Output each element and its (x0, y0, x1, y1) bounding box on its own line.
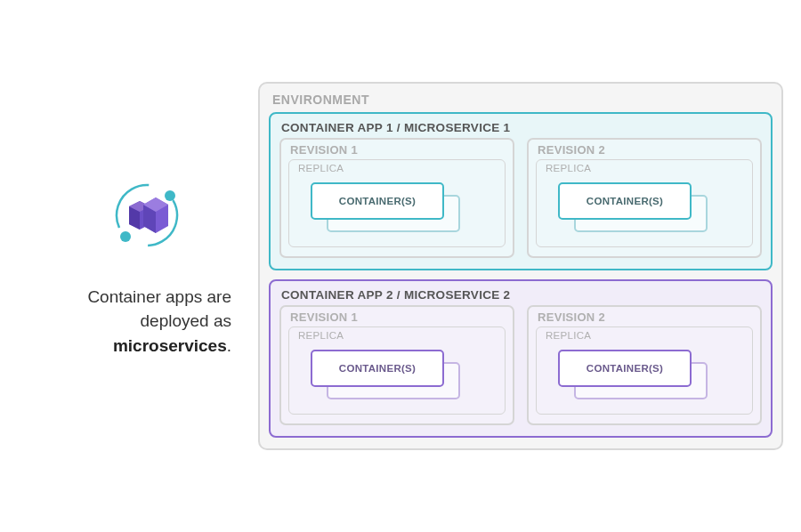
replica-box: REPLICA CONTAINER(S) (536, 159, 753, 247)
svg-point-2 (120, 231, 131, 242)
revisions-row: REVISION 1 REPLICA CONTAINER(S) REVISION… (279, 305, 762, 425)
revisions-row: REVISION 1 REPLICA CONTAINER(S) REVISION… (279, 138, 762, 258)
container-stack: CONTAINER(S) (302, 182, 492, 234)
svg-point-1 (165, 190, 175, 201)
container-card: CONTAINER(S) (311, 350, 444, 387)
revision-box: REVISION 1 REPLICA CONTAINER(S) (279, 138, 514, 258)
tagline-text: Container apps are deployed as microserv… (87, 285, 231, 359)
revision-label: REVISION 2 (536, 310, 753, 326)
container-card: CONTAINER(S) (558, 182, 692, 220)
environment-label: ENVIRONMENT (269, 91, 773, 112)
container-app-1: CONTAINER APP 1 / MICROSERVICE 1 REVISIO… (269, 112, 773, 270)
container-stack: CONTAINER(S) (302, 350, 492, 401)
replica-box: REPLICA CONTAINER(S) (288, 326, 506, 415)
revision-label: REVISION 2 (536, 143, 753, 159)
container-card: CONTAINER(S) (558, 350, 692, 387)
replica-label: REPLICA (544, 330, 745, 346)
container-stack: CONTAINER(S) (549, 182, 740, 234)
revision-box: REVISION 2 REPLICA CONTAINER(S) (527, 305, 762, 425)
revision-label: REVISION 1 (288, 310, 506, 326)
environment-box: ENVIRONMENT CONTAINER APP 1 / MICROSERVI… (258, 82, 783, 450)
left-panel: Container apps are deployed as microserv… (9, 174, 258, 359)
container-apps-icon (106, 174, 188, 260)
app-title: CONTAINER APP 1 / MICROSERVICE 1 (279, 119, 762, 138)
container-card: CONTAINER(S) (311, 182, 444, 220)
container-app-2: CONTAINER APP 2 / MICROSERVICE 2 REVISIO… (269, 279, 773, 438)
replica-label: REPLICA (544, 163, 745, 179)
revision-box: REVISION 2 REPLICA CONTAINER(S) (527, 138, 762, 258)
replica-box: REPLICA CONTAINER(S) (536, 326, 753, 415)
replica-label: REPLICA (296, 330, 498, 346)
revision-box: REVISION 1 REPLICA CONTAINER(S) (279, 305, 514, 425)
container-stack: CONTAINER(S) (549, 350, 740, 401)
revision-label: REVISION 1 (288, 143, 506, 159)
replica-box: REPLICA CONTAINER(S) (288, 159, 506, 247)
app-title: CONTAINER APP 2 / MICROSERVICE 2 (279, 286, 762, 305)
replica-label: REPLICA (296, 163, 498, 179)
